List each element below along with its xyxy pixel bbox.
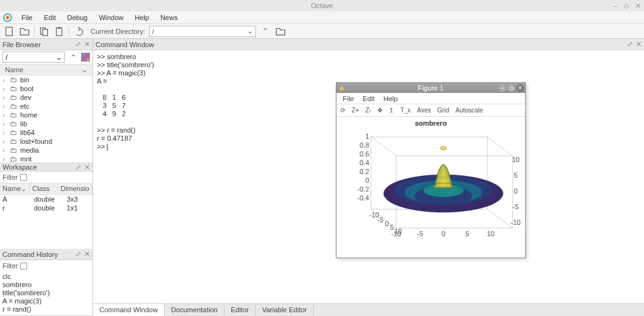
zoom-in-button[interactable]: Z+: [352, 107, 359, 114]
new-file-icon[interactable]: [4, 26, 15, 37]
command-history-list[interactable]: clcsombrerotitle('sombrero')A = magic(3)…: [0, 271, 92, 315]
tab-documentation[interactable]: Documentation: [165, 304, 225, 316]
undock-icon[interactable]: ⤢: [75, 251, 81, 258]
minimize-icon[interactable]: –: [611, 2, 619, 9]
undock-icon[interactable]: ⤢: [75, 164, 81, 170]
grid-button[interactable]: Grid: [437, 107, 449, 114]
file-browser-item[interactable]: ›🗀boot: [0, 84, 92, 93]
folder-icon: 🗀: [10, 94, 18, 101]
chevron-right-icon: ›: [3, 155, 8, 163]
file-browser-item[interactable]: ›🗀dev: [0, 93, 92, 102]
history-item[interactable]: title('sombrero'): [3, 289, 90, 297]
maximize-icon[interactable]: ◇: [623, 2, 630, 9]
figure-minimize-icon[interactable]: –: [499, 84, 506, 92]
figure-maximize-icon[interactable]: ◇: [508, 84, 515, 92]
app-logo-icon: [3, 13, 13, 23]
file-browser-item[interactable]: ›🗀mnt: [0, 155, 92, 163]
command-output: >> sombrero >> title('sombrero') >> A = …: [97, 53, 154, 150]
open-file-icon[interactable]: [19, 26, 30, 37]
figure-canvas[interactable]: sombrero 10.80.60.4 0.20-0.2-0.4 -10-505…: [336, 117, 525, 258]
menu-file[interactable]: File: [16, 13, 38, 23]
file-browser-item[interactable]: ›🗀home: [0, 111, 92, 119]
tab-editor[interactable]: Editor: [225, 304, 256, 316]
svg-text:0: 0: [514, 187, 518, 195]
history-filter-checkbox[interactable]: [20, 263, 27, 270]
file-browser-item-label: home: [20, 111, 38, 119]
figure-menu-edit[interactable]: Edit: [359, 94, 379, 103]
svg-point-35: [440, 146, 447, 150]
current-dir-value: /: [152, 28, 154, 35]
tab-command-window[interactable]: Command Window: [93, 304, 165, 316]
chevron-down-icon: ⌄: [56, 53, 62, 62]
figure-close-icon[interactable]: ✕: [516, 84, 524, 92]
workspace-row[interactable]: rdouble1x1: [0, 204, 92, 212]
chevron-right-icon: ›: [3, 111, 8, 119]
chevron-down-icon: ⌄: [247, 27, 253, 35]
app-titlebar: Octave – ◇ ✕: [0, 0, 644, 11]
menu-help[interactable]: Help: [130, 13, 154, 23]
browse-dir-icon[interactable]: [275, 26, 286, 37]
close-panel-icon[interactable]: ✕: [84, 251, 90, 258]
svg-text:-5: -5: [377, 216, 384, 224]
close-icon[interactable]: ✕: [634, 2, 641, 9]
file-browser-path-combo[interactable]: / ⌄: [3, 52, 65, 63]
separator: [34, 26, 35, 36]
file-browser-item[interactable]: ›🗀media: [0, 146, 92, 155]
sync-dir-icon[interactable]: [81, 53, 90, 62]
workspace-row[interactable]: Adouble3x3: [0, 195, 92, 204]
menu-window[interactable]: Window: [94, 13, 128, 23]
figure-menubar: File Edit Help: [336, 93, 525, 104]
svg-rect-6: [58, 27, 61, 28]
tab-variable-editor[interactable]: Variable Editor: [256, 304, 314, 316]
file-browser-item[interactable]: ›🗀lib: [0, 119, 92, 128]
menu-news[interactable]: News: [155, 13, 183, 23]
file-browser-item[interactable]: ›🗀bin: [0, 75, 92, 84]
zoom-out-button[interactable]: Z-: [365, 107, 371, 114]
copy-icon[interactable]: [38, 26, 50, 37]
file-browser-item[interactable]: ›🗀lost+found: [0, 137, 92, 146]
undock-icon[interactable]: ⤢: [626, 41, 633, 48]
workspace-panel: Workspace ⤢ ✕ Filter Name⌄ Class Dimensi…: [0, 163, 92, 249]
file-browser-item[interactable]: ›🗀lib64: [0, 128, 92, 137]
file-browser-list[interactable]: ›🗀bin›🗀boot›🗀dev›🗀etc›🗀home›🗀lib›🗀lib64›…: [0, 75, 92, 163]
file-browser-panel: File Browser ⤢ ✕ / ⌄ ⌃ Name ⌄: [0, 39, 92, 163]
text-annotation-icon[interactable]: T_x: [400, 107, 411, 114]
figure-menu-file[interactable]: File: [339, 94, 358, 103]
svg-text:-5: -5: [417, 230, 423, 237]
file-browser-header[interactable]: Name ⌄: [0, 64, 92, 75]
file-browser-item[interactable]: ›🗀etc: [0, 102, 92, 111]
history-item[interactable]: sombrero: [3, 281, 90, 289]
undock-icon[interactable]: ⤢: [75, 41, 81, 48]
svg-text:0: 0: [385, 220, 389, 227]
menu-debug[interactable]: Debug: [62, 13, 92, 23]
up-dir-icon[interactable]: ⌃: [260, 26, 271, 37]
history-item[interactable]: r = rand(): [3, 305, 90, 313]
rotate-icon[interactable]: ⟳: [340, 107, 345, 114]
chevron-right-icon: ›: [3, 94, 8, 101]
close-panel-icon[interactable]: ✕: [84, 164, 90, 170]
axes-button[interactable]: Axes: [417, 107, 431, 114]
insert-text-icon[interactable]: ↥: [389, 107, 394, 114]
file-browser-item-label: lib: [20, 120, 27, 128]
panel-header: Command History ⤢ ✕: [0, 249, 92, 260]
workspace-filter-checkbox[interactable]: [20, 174, 27, 181]
up-dir-icon[interactable]: ⌃: [67, 52, 79, 63]
history-item[interactable]: clc: [3, 273, 90, 281]
figure-menu-help[interactable]: Help: [380, 94, 402, 103]
undo-icon[interactable]: [73, 26, 84, 37]
menu-edit[interactable]: Edit: [39, 13, 61, 23]
autoscale-button[interactable]: Autoscale: [455, 107, 483, 114]
current-dir-combo[interactable]: / ⌄: [149, 26, 256, 37]
figure-window[interactable]: ◆ Figure 1 – ◇ ✕ File Edit Help ⟳ Z+ Z- …: [336, 82, 526, 258]
svg-text:0.8: 0.8: [360, 141, 369, 149]
close-panel-icon[interactable]: ✕: [635, 41, 641, 48]
history-item[interactable]: A = magic(3): [3, 297, 90, 305]
folder-icon: 🗀: [10, 146, 18, 154]
text-cursor: [107, 144, 108, 151]
file-browser-item-label: lost+found: [20, 138, 52, 145]
figure-titlebar[interactable]: ◆ Figure 1 – ◇ ✕: [336, 83, 525, 93]
close-panel-icon[interactable]: ✕: [84, 41, 90, 48]
pan-icon[interactable]: ✥: [377, 107, 382, 114]
paste-icon[interactable]: [53, 26, 65, 37]
workspace-table-header[interactable]: Name⌄ Class Dimensio: [0, 183, 92, 195]
